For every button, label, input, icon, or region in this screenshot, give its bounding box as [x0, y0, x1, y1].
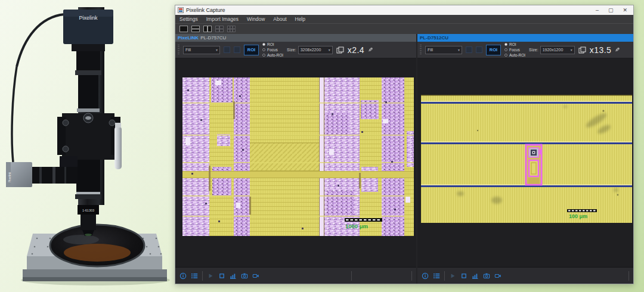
snapshot-camera-icon	[483, 272, 490, 279]
fill-value: Fill	[428, 48, 433, 52]
panel1-title-bar[interactable]: PixeLINK PL-D757CU	[175, 34, 416, 42]
adjust-knob	[63, 146, 69, 152]
menu-settings[interactable]: Settings	[175, 16, 202, 22]
stop-button[interactable]	[218, 272, 225, 279]
chip-die-zoom-image: 100 μm	[421, 95, 632, 223]
tube-thin-ring	[76, 192, 100, 194]
histogram-button[interactable]	[472, 272, 479, 279]
snapshot-button[interactable]	[483, 272, 490, 279]
panel1-status-bar	[175, 267, 416, 284]
layout-single-button[interactable]	[179, 25, 188, 33]
tube-ring	[75, 70, 101, 75]
objective-lens	[85, 234, 92, 236]
info-button[interactable]	[422, 272, 429, 279]
zoom-out-icon[interactable]	[234, 46, 240, 53]
camera-cable	[17, 14, 64, 67]
top-camera-label: Pixelink	[79, 15, 98, 21]
info-button[interactable]	[179, 272, 187, 279]
alignment-structure	[526, 145, 541, 185]
copy-icon[interactable]	[578, 46, 586, 54]
menu-bar: Settings Import Images Window About Help	[175, 15, 633, 23]
window-title: Pixelink Capture	[186, 7, 225, 13]
tube-lower	[76, 160, 100, 195]
panel1-toolbar: Fill ▾ ROI ROI Focus	[175, 42, 416, 58]
panel2-live-image: 100 μm	[421, 95, 632, 223]
window-title-bar[interactable]: Pixelink Capture – ▢ ✕	[175, 5, 633, 15]
panel2-title-model: PL-D7512CU	[420, 35, 448, 41]
menu-about[interactable]: About	[269, 16, 290, 22]
objective-body	[80, 215, 96, 230]
panel1-fill-dropdown[interactable]: Fill ▾	[183, 46, 220, 54]
radio-roi-label: ROI	[509, 42, 516, 47]
histogram-icon	[230, 272, 237, 279]
camera-panel-2: PL-D7512CU Fill ▾ ROI ROI	[417, 34, 633, 284]
size-label: Size:	[287, 48, 296, 52]
maximize-button[interactable]: ▢	[608, 7, 614, 13]
chevron-down-icon: ▾	[456, 48, 460, 52]
tube-silver-ring	[77, 108, 100, 112]
properties-list-button[interactable]	[433, 272, 440, 279]
edit-pencil-icon[interactable]: ✎	[615, 46, 620, 53]
zoom-out-icon[interactable]	[476, 46, 482, 53]
play-button[interactable]	[207, 272, 214, 279]
menu-window[interactable]: Window	[243, 16, 269, 22]
panel2-title-bar[interactable]: PL-D7512CU	[417, 34, 633, 42]
toolbar-grip[interactable]	[420, 45, 422, 55]
minimize-button[interactable]: –	[596, 7, 599, 13]
record-video-button[interactable]	[494, 272, 501, 279]
layout-split-vertical-button[interactable]	[203, 25, 212, 33]
toolbar-grip[interactable]	[178, 45, 179, 55]
radio-auto-roi[interactable]: Auto-ROI	[504, 53, 525, 58]
layout-single-icon	[179, 26, 188, 32]
menu-import-images[interactable]: Import Images	[202, 16, 243, 22]
panel2-magnification: x13.5	[590, 45, 612, 55]
radio-roi-label: ROI	[267, 42, 274, 47]
adjust-knob	[109, 120, 115, 126]
properties-list-icon	[433, 272, 440, 279]
app-icon	[178, 7, 184, 13]
panel1-roi-button[interactable]: ROI	[244, 45, 259, 55]
snapshot-button[interactable]	[241, 272, 248, 279]
radio-dot-selected	[262, 43, 265, 46]
record-video-button[interactable]	[252, 272, 259, 279]
radio-roi[interactable]: ROI	[504, 42, 525, 47]
edit-pencil-icon[interactable]: ✎	[368, 46, 373, 53]
play-icon	[207, 272, 214, 279]
panel2-fill-dropdown[interactable]: Fill ▾	[425, 46, 462, 54]
panel2-roi-button[interactable]: ROI	[486, 45, 501, 55]
panel2-toolbar: Fill ▾ ROI ROI Focus	[417, 42, 633, 58]
panel1-size-dropdown[interactable]: 3208x2200 ▾	[298, 46, 333, 54]
close-button[interactable]: ✕	[623, 7, 627, 13]
layout-split-horizontal-button[interactable]	[191, 25, 200, 33]
camera-panel-1: PixeLINK PL-D757CU Fill ▾ ROI ROI	[175, 34, 416, 284]
panel2-status-bar	[417, 267, 633, 284]
layout-grid-2x2-button[interactable]	[215, 25, 224, 33]
panel1-magnification: x2.4	[348, 45, 364, 55]
layout-grid-3x2-button[interactable]	[227, 25, 236, 33]
layout-grid-2x2-icon	[215, 26, 224, 32]
scale-bar-label: 100 μm	[569, 213, 587, 219]
radio-focus[interactable]: Focus	[504, 48, 525, 52]
side-mount-block	[60, 156, 78, 168]
histogram-button[interactable]	[230, 272, 237, 279]
chip-die-overview-image: 1000 μm	[182, 77, 414, 236]
panel1-image-viewport[interactable]: 1000 μm	[175, 58, 416, 267]
panel2-size-dropdown[interactable]: 1920x1200 ▾	[540, 46, 575, 54]
focus-knob-highlight	[85, 116, 91, 120]
radio-roi[interactable]: ROI	[262, 42, 283, 47]
zoom-in-icon[interactable]	[466, 46, 472, 53]
status-separator	[351, 271, 352, 281]
radio-auto-roi[interactable]: Auto-ROI	[262, 53, 283, 58]
play-icon	[449, 272, 456, 279]
radio-focus-label: Focus	[509, 48, 520, 52]
panel2-image-viewport[interactable]: 100 μm	[417, 58, 633, 267]
play-button[interactable]	[449, 272, 456, 279]
menu-help[interactable]: Help	[291, 16, 309, 22]
properties-list-button[interactable]	[191, 272, 198, 279]
zoom-in-icon[interactable]	[224, 46, 230, 53]
radio-focus[interactable]: Focus	[262, 48, 283, 52]
stop-button[interactable]	[460, 272, 467, 279]
copy-icon[interactable]	[336, 46, 344, 54]
camera-cable	[12, 67, 17, 162]
base-bottom-plate	[23, 277, 167, 281]
